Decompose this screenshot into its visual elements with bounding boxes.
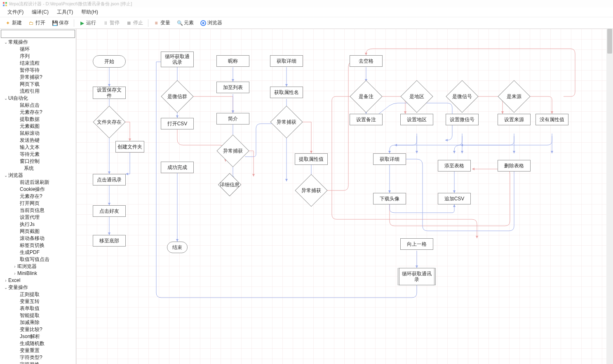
tree-item[interactable]: 提取数据 xyxy=(3,116,75,123)
tree-item[interactable]: 变量互转 xyxy=(3,298,75,305)
node-click-contacts[interactable]: 点击通讯录 xyxy=(93,174,126,186)
tree-item[interactable]: 生成随机数 xyxy=(3,340,75,347)
tool-var[interactable]: ≡变量 xyxy=(151,19,173,27)
tree-item[interactable]: 执行Js xyxy=(3,221,75,228)
tree-item[interactable]: 变量比较? xyxy=(3,326,75,333)
tree-item[interactable]: 等待元素 xyxy=(3,151,75,158)
node-open-csv[interactable]: 打开CSV xyxy=(161,118,194,129)
node-add-table[interactable]: 添至表格 xyxy=(438,160,471,171)
node-set-region[interactable]: 设置地区 xyxy=(400,114,433,125)
node-append-csv[interactable]: 追加CSV xyxy=(438,193,471,204)
tool-run[interactable]: ▶运行 xyxy=(77,19,99,27)
node-trycatch3[interactable]: 异常捕获 xyxy=(295,174,327,207)
menu-file[interactable]: 文件(F) xyxy=(3,7,28,17)
node-get-detail[interactable]: 获取详细 xyxy=(270,55,303,67)
tree-item[interactable]: 鼠标点击 xyxy=(3,102,75,109)
tree-item[interactable]: 生成PDF xyxy=(3,249,75,256)
node-is-group[interactable]: 是微信群 xyxy=(161,80,193,113)
node-is-region[interactable]: 是地区 xyxy=(400,80,433,113)
tool-elem[interactable]: 🔍元素 xyxy=(174,19,196,27)
tree-subgroup[interactable]: ›IE浏览器 xyxy=(3,263,75,270)
tree-item[interactable]: 字符替换 xyxy=(3,361,75,364)
node-end[interactable]: 结束 xyxy=(167,242,188,253)
flowchart-canvas[interactable]: 开始 设置保存文件 文件夹存在 创建文件夹 点击通讯录 点击好友 移至底部 循环… xyxy=(76,29,613,364)
node-set-remark[interactable]: 设置备注 xyxy=(350,114,383,125)
node-add-list[interactable]: 加至列表 xyxy=(216,82,249,93)
tree-group[interactable]: ⌄浏览器 xyxy=(3,172,75,179)
node-folder-exists[interactable]: 文件夹存在 xyxy=(93,106,125,138)
search-input[interactable] xyxy=(1,30,75,38)
tree-item[interactable]: 表单取值 xyxy=(3,305,75,312)
tree-item[interactable]: 发送热键 xyxy=(3,137,75,144)
tool-save[interactable]: 💾保存 xyxy=(49,19,71,27)
scrollbar-thumb[interactable] xyxy=(607,29,612,54)
node-intro[interactable]: 简介 xyxy=(216,113,249,124)
node-no-attr[interactable]: 没有属性值 xyxy=(535,114,568,125)
tree-item[interactable]: 系统 xyxy=(3,165,75,172)
node-is-wxid[interactable]: 是微信号 xyxy=(446,80,478,113)
tree-item[interactable]: 滚动条移动 xyxy=(3,235,75,242)
tree-item[interactable]: 暂停等待 xyxy=(3,67,75,74)
menu-help[interactable]: 帮助(H) xyxy=(77,7,102,17)
node-get-detail2[interactable]: 获取详细 xyxy=(373,153,406,165)
action-tree[interactable]: ⌄常规操作循环序列结束流程暂停等待异常捕获?网页下载流程引用⌄UI自动化鼠标点击… xyxy=(0,39,76,364)
tree-item[interactable]: 打开网页 xyxy=(3,200,75,207)
tool-open[interactable]: 🗀打开 xyxy=(26,19,48,27)
node-set-save-file[interactable]: 设置保存文件 xyxy=(93,87,126,99)
tree-item[interactable]: 结束流程 xyxy=(3,60,75,67)
node-loop-contacts2[interactable]: 循环获取通讯录 xyxy=(398,268,436,285)
tree-item[interactable]: 取值写值点击 xyxy=(3,256,75,263)
tree-item[interactable]: 元素存在? xyxy=(3,109,75,116)
tree-item[interactable]: 窗口控制 xyxy=(3,158,75,165)
tree-item[interactable]: 变量重置 xyxy=(3,347,75,354)
tree-item[interactable]: 正则提取 xyxy=(3,291,75,298)
vertical-scrollbar[interactable] xyxy=(606,29,613,364)
node-extract-attr[interactable]: 提取属性值 xyxy=(295,153,328,165)
tool-new[interactable]: ✦新建 xyxy=(2,19,24,27)
tree-item[interactable]: 输入文本 xyxy=(3,144,75,151)
node-dl-avatar[interactable]: 下载头像 xyxy=(373,193,406,204)
node-trycatch2[interactable]: 异常捕获 xyxy=(270,106,303,138)
node-trycatch1[interactable]: 异常捕获 xyxy=(216,134,249,167)
tool-pause[interactable]: ⏸暂停 xyxy=(100,19,122,27)
node-get-attr-name[interactable]: 获取属性名 xyxy=(270,87,303,98)
node-set-source[interactable]: 设置来源 xyxy=(498,114,531,125)
tree-item[interactable]: 加减乘除 xyxy=(3,319,75,326)
tool-browser[interactable]: 浏览器 xyxy=(198,19,225,27)
node-loop-contacts[interactable]: 循环获取通讯录 xyxy=(161,52,194,67)
node-create-folder[interactable]: 创建文件夹 xyxy=(115,141,144,153)
node-done[interactable]: 成功完成 xyxy=(161,162,194,173)
node-move-bottom[interactable]: 移至底部 xyxy=(93,235,126,247)
menu-tool[interactable]: 工具(T) xyxy=(53,7,77,17)
node-set-wxid[interactable]: 设置微信号 xyxy=(446,114,479,125)
tree-group[interactable]: ⌄UI自动化 xyxy=(3,95,75,102)
node-nick[interactable]: 昵称 xyxy=(216,55,249,67)
tree-item[interactable]: 标签页切换 xyxy=(3,242,75,249)
tree-item[interactable]: 元素存在? xyxy=(3,193,75,200)
node-click-friend[interactable]: 点击好友 xyxy=(93,205,126,217)
tree-item[interactable]: 异常捕获? xyxy=(3,74,75,81)
tree-group[interactable]: ⌄常规操作 xyxy=(3,39,75,46)
tree-item[interactable]: 网页下载 xyxy=(3,81,75,88)
tree-item[interactable]: 流程引用 xyxy=(3,88,75,95)
node-detail[interactable]: 详细信息 xyxy=(218,173,242,197)
tree-item[interactable]: 网页截图 xyxy=(3,228,75,235)
tree-item[interactable]: Json解析 xyxy=(3,333,75,340)
tree-item[interactable]: 前进后退刷新 xyxy=(3,179,75,186)
tree-subgroup[interactable]: ›MiniBlink xyxy=(3,270,75,277)
tree-group[interactable]: ›Excel xyxy=(3,277,75,284)
tree-item[interactable]: 智能提取 xyxy=(3,312,75,319)
tree-item[interactable]: 序列 xyxy=(3,53,75,60)
tree-item[interactable]: 元素截图 xyxy=(3,123,75,130)
tree-item[interactable]: Cookie操作 xyxy=(3,186,75,193)
node-up-one[interactable]: 向上一格 xyxy=(400,238,433,250)
node-is-remark[interactable]: 是备注 xyxy=(350,80,382,113)
tree-item[interactable]: 循环 xyxy=(3,46,75,53)
tree-item[interactable]: 当前页信息 xyxy=(3,207,75,214)
tree-item[interactable]: 设置代理 xyxy=(3,214,75,221)
node-is-source[interactable]: 是来源 xyxy=(498,80,530,113)
tree-group[interactable]: ⌄变量操作 xyxy=(3,284,75,291)
canvas-area[interactable]: 开始 设置保存文件 文件夹存在 创建文件夹 点击通讯录 点击好友 移至底部 循环… xyxy=(76,29,613,364)
tree-item[interactable]: 鼠标滚动 xyxy=(3,130,75,137)
node-start[interactable]: 开始 xyxy=(93,55,126,68)
